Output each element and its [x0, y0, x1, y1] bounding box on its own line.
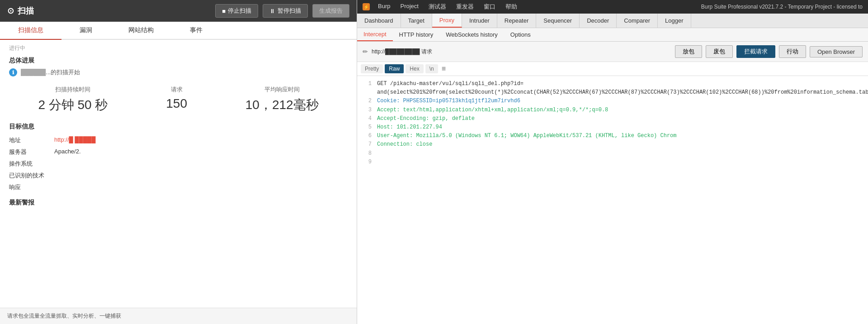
stop-scan-button[interactable]: ■ 停止扫描	[215, 4, 258, 18]
target-val-server: Apache/2.	[54, 148, 81, 156]
menu-repeater[interactable]: 重发器	[452, 2, 478, 12]
menu-window[interactable]: 窗口	[479, 2, 500, 12]
menu-intruder[interactable]: 测试器	[424, 2, 451, 12]
requests-label: 请求	[166, 86, 187, 94]
line-num-5: 5	[363, 123, 372, 132]
burp-sub-tabs: Intercept HTTP history WebSockets histor…	[357, 28, 868, 42]
main-tab-comparer[interactable]: Comparer	[617, 14, 658, 28]
target-row-os: 操作系统	[9, 160, 348, 168]
main-tab-repeater[interactable]: Repeater	[497, 14, 536, 28]
request-line-1: 1GET /pikachu-master/vul/sqli/sqli_del.p…	[363, 80, 863, 88]
target-row-address: 地址 http://█ █████	[9, 136, 348, 144]
main-tab-decoder[interactable]: Decoder	[580, 14, 617, 28]
alerts-section: 最新警报	[9, 199, 348, 207]
intercept-request-button[interactable]: 拦截请求	[736, 45, 775, 58]
release-button[interactable]: 放包	[675, 45, 702, 58]
bottom-bar: 请求包全流量全流量抓取、实时分析、一键捕获	[0, 308, 357, 324]
avg-response-value: 10，212毫秒	[245, 96, 319, 114]
sub-tab-options[interactable]: Options	[504, 28, 537, 41]
target-row-server: 服务器 Apache/2.	[9, 148, 348, 156]
format-newline-button[interactable]: \n	[425, 64, 438, 73]
main-tab-dashboard[interactable]: Dashboard	[357, 14, 401, 28]
redacted-url: ██████	[21, 69, 46, 76]
main-tab-target[interactable]: Target	[401, 14, 432, 28]
scanner-content: 进行中 总体进展 ℹ ██████...的扫描开始 扫描持续时间 2 分钟 50…	[0, 40, 357, 308]
burp-window-title: Burp Suite Professional v2021.7.2 - Temp…	[701, 4, 863, 10]
menu-project[interactable]: Project	[396, 2, 423, 12]
main-tab-logger[interactable]: Logger	[658, 14, 691, 28]
menu-help[interactable]: 帮助	[501, 2, 522, 12]
scanner-panel: ⊙ 扫描 ■ 停止扫描 ⏸ 暂停扫描 生成报告 扫描信息 漏洞 网站结构 事件 …	[0, 0, 357, 324]
section-label: 进行中	[9, 44, 348, 52]
main-tab-proxy[interactable]: Proxy	[432, 14, 462, 28]
request-line-3: 3Accept: text/html,application/xhtml+xml…	[363, 106, 863, 114]
main-tab-sequencer[interactable]: Sequencer	[536, 14, 580, 28]
target-val-address: http://█ █████	[54, 136, 95, 144]
pause-scan-button[interactable]: ⏸ 暂停扫描	[263, 4, 308, 18]
stats-row: 扫描持续时间 2 分钟 50 秒 请求 150 平均响应时间 10，212毫秒	[9, 86, 348, 114]
request-line-4: 4Accept-Encoding: gzip, deflate	[363, 114, 863, 123]
request-body[interactable]: 1GET /pikachu-master/vul/sqli/sqli_del.p…	[357, 76, 868, 324]
request-line-7: 7Connection: close	[363, 140, 863, 149]
target-section: 目标信息 地址 http://█ █████ 服务器 Apache/2. 操作系…	[9, 123, 348, 191]
stat-duration: 扫描持续时间 2 分钟 50 秒	[38, 86, 108, 114]
request-line-9: 9	[363, 158, 863, 167]
sub-tab-websockets-history[interactable]: WebSockets history	[439, 28, 504, 41]
menu-burp[interactable]: Burp	[373, 2, 395, 12]
intercept-toolbar: ✏ http://█████████ 请求 放包 废包 拦截请求 行动 Open…	[357, 42, 868, 62]
target-key-server: 服务器	[9, 148, 54, 156]
scanner-title: ⊙ 扫描	[7, 5, 34, 16]
request-url: http://█████████ 请求	[372, 48, 432, 56]
requests-value: 150	[166, 96, 187, 111]
stat-requests: 请求 150	[166, 86, 187, 114]
tab-vulnerabilities[interactable]: 漏洞	[61, 22, 110, 40]
target-row-tech: 已识别的技术	[9, 172, 348, 180]
stop-icon: ■	[222, 8, 226, 14]
drop-button[interactable]: 废包	[706, 45, 733, 58]
format-hex-button[interactable]: Hex	[406, 64, 423, 73]
scanner-icon: ⊙	[7, 6, 14, 16]
burp-main-tabs: Dashboard Target Proxy Intruder Repeater…	[357, 14, 868, 28]
line-num-6: 6	[363, 132, 372, 140]
target-title: 目标信息	[9, 123, 348, 131]
request-line-1b: and(select%201%20from(select%20count(*)%…	[363, 88, 863, 97]
burp-logo-icon: ⚡	[363, 3, 370, 10]
sub-tab-intercept[interactable]: Intercept	[357, 28, 393, 41]
scanner-toolbar: ⊙ 扫描 ■ 停止扫描 ⏸ 暂停扫描 生成报告	[0, 0, 357, 22]
format-toolbar: Pretty Raw Hex \n ≡	[357, 62, 868, 76]
alerts-title: 最新警报	[9, 199, 348, 207]
target-key-response: 响应	[9, 183, 54, 191]
format-raw-button[interactable]: Raw	[385, 64, 404, 73]
line-num-2: 2	[363, 97, 372, 105]
request-line-2: 2Cookie: PHPSESSID=ip05713kh1q1jtfl2um7i…	[363, 97, 863, 105]
avg-response-label: 平均响应时间	[245, 86, 319, 94]
sub-tab-http-history[interactable]: HTTP history	[393, 28, 440, 41]
target-key-tech: 已识别的技术	[9, 172, 54, 180]
format-menu-icon[interactable]: ≡	[440, 64, 448, 74]
duration-label: 扫描持续时间	[38, 86, 108, 94]
burp-menu: Burp Project 测试器 重发器 窗口 帮助	[373, 2, 522, 12]
scan-info-bar: ℹ ██████...的扫描开始	[9, 68, 348, 76]
request-line-8: 8	[363, 149, 863, 158]
main-tab-intruder[interactable]: Intruder	[462, 14, 497, 28]
info-icon: ℹ	[9, 68, 17, 76]
progress-section: 总体进展 ℹ ██████...的扫描开始 扫描持续时间 2 分钟 50 秒 请…	[9, 57, 348, 114]
request-line-5: 5Host: 101.201.227.94	[363, 123, 863, 132]
open-browser-button[interactable]: Open Browser	[810, 46, 863, 57]
edit-icon: ✏	[363, 48, 368, 55]
progress-title: 总体进展	[9, 57, 348, 65]
tab-scan-info[interactable]: 扫描信息	[0, 22, 61, 40]
burp-title-bar: ⚡ Burp Project 测试器 重发器 窗口 帮助 Burp Suite …	[357, 0, 868, 14]
line-num-7: 7	[363, 140, 372, 149]
pause-icon: ⏸	[269, 8, 275, 14]
bottom-bar-text: 请求包全流量全流量抓取、实时分析、一键捕获	[7, 312, 121, 320]
action-button[interactable]: 行动	[779, 45, 806, 58]
burp-panel: ⚡ Burp Project 测试器 重发器 窗口 帮助 Burp Suite …	[357, 0, 868, 324]
target-key-address: 地址	[9, 136, 54, 144]
tab-events[interactable]: 事件	[172, 22, 221, 40]
format-pretty-button[interactable]: Pretty	[361, 64, 383, 73]
line-num-3: 3	[363, 106, 372, 114]
generate-report-button[interactable]: 生成报告	[312, 4, 349, 18]
tab-site-structure[interactable]: 网站结构	[110, 22, 172, 40]
scanner-tabs: 扫描信息 漏洞 网站结构 事件	[0, 22, 357, 40]
